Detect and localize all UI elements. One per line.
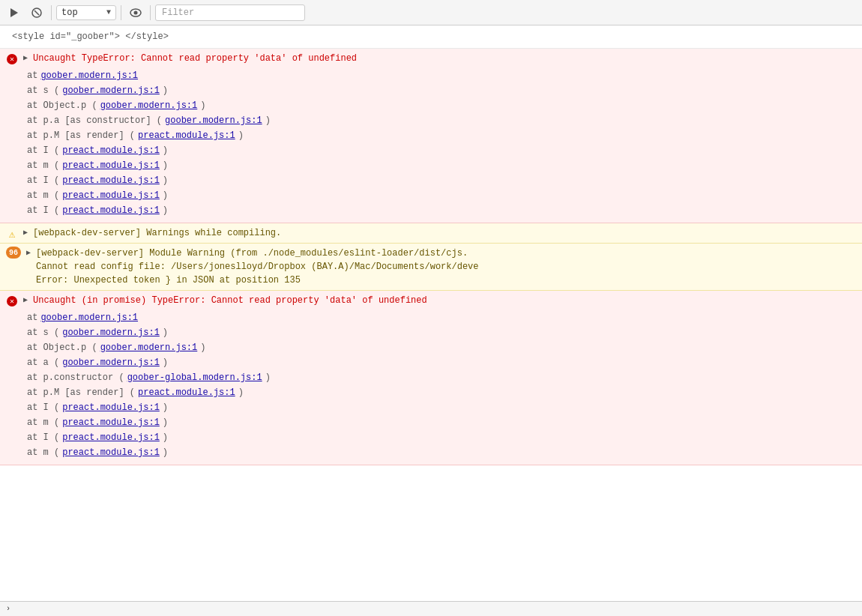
svg-line-2: [34, 10, 39, 15]
stack-line: at m (preact.module.js:1): [27, 158, 856, 173]
stop-button[interactable]: [27, 3, 46, 22]
expand-arrow-3[interactable]: ▶: [24, 247, 33, 259]
stack-line: at p.a [as constructor] (goober.modern.j…: [27, 113, 856, 128]
stack-line: at p.M [as render] (preact.module.js:1): [27, 128, 856, 143]
warning-2-line3: Error: Unexpected token } in JSON at pos…: [36, 274, 856, 287]
console-content: <style id="_goober"> </style> ✕ ▶ Uncaug…: [0, 25, 862, 616]
stack-link[interactable]: goober.modern.js:1: [100, 340, 198, 355]
bottom-bar: ›: [0, 601, 862, 616]
warning-entry-2: 96 ▶ [webpack-dev-server] Module Warning…: [0, 244, 862, 291]
style-tag-text: <style id="_goober"> </style>: [12, 31, 169, 42]
stack-line: at I (preact.module.js:1): [27, 400, 856, 415]
stack-link[interactable]: goober-global.modern.js:1: [127, 370, 262, 385]
warning-triangle-icon: ⚠: [9, 228, 15, 241]
separator-1: [51, 5, 52, 20]
warning-1-message: [webpack-dev-server] Warnings while comp…: [33, 226, 856, 240]
play-button[interactable]: [4, 3, 24, 22]
stack-link[interactable]: preact.module.js:1: [138, 385, 235, 400]
stack-link[interactable]: preact.module.js:1: [62, 400, 160, 415]
stack-link[interactable]: preact.module.js:1: [62, 143, 160, 158]
warning-2-line2: Cannot read config file: /Users/jonesllo…: [36, 260, 856, 274]
expand-arrow-4[interactable]: ▶: [21, 294, 30, 306]
context-label: top: [61, 7, 78, 18]
stack-link[interactable]: preact.module.js:1: [62, 445, 160, 460]
error-entry-1: ✕ ▶ Uncaught TypeError: Cannot read prop…: [0, 49, 862, 223]
filter-input-wrapper[interactable]: Filter: [155, 4, 305, 21]
stack-link[interactable]: goober.modern.js:1: [40, 68, 138, 83]
stack-line: at I (preact.module.js:1): [27, 173, 856, 188]
expand-arrow-2[interactable]: ▶: [21, 226, 30, 238]
stack-line: at Object.p (goober.modern.js:1): [27, 98, 856, 113]
bottom-chevron-icon[interactable]: ›: [6, 605, 10, 613]
error-1-message: Uncaught TypeError: Cannot read property…: [33, 52, 856, 65]
error-2-message: Uncaught (in promise) TypeError: Cannot …: [33, 294, 856, 307]
warning-badge: 96: [6, 247, 21, 259]
separator-2: [121, 5, 121, 20]
chevron-down-icon: ▼: [106, 8, 111, 16]
stack-link[interactable]: preact.module.js:1: [138, 128, 235, 143]
stack-link[interactable]: preact.module.js:1: [62, 430, 160, 445]
error-circle-icon-2: ✕: [7, 296, 17, 307]
error-2-stack: at goober.modern.js:1 at s (goober.moder…: [0, 310, 862, 465]
error-entry-2: ✕ ▶ Uncaught (in promise) TypeError: Can…: [0, 291, 862, 465]
stack-line: at Object.p (goober.modern.js:1): [27, 340, 856, 355]
stack-link[interactable]: preact.module.js:1: [62, 415, 160, 430]
stack-line: at I (preact.module.js:1): [27, 203, 856, 218]
stack-line: at I (preact.module.js:1): [27, 143, 856, 158]
stack-line: at s (goober.modern.js:1): [27, 325, 856, 340]
warning-2-header: 96 ▶ [webpack-dev-server] Module Warning…: [0, 244, 862, 290]
filter-placeholder: Filter: [162, 7, 194, 18]
warning-icon-1: ⚠: [6, 228, 18, 240]
stack-line: at m (preact.module.js:1): [27, 445, 856, 460]
error-2-header: ✕ ▶ Uncaught (in promise) TypeError: Can…: [0, 291, 862, 310]
separator-3: [150, 5, 151, 20]
stack-link[interactable]: preact.module.js:1: [62, 173, 160, 188]
stack-link[interactable]: goober.modern.js:1: [62, 355, 160, 370]
stack-link[interactable]: goober.modern.js:1: [100, 98, 198, 113]
context-selector[interactable]: top ▼: [56, 5, 116, 20]
error-circle-icon: ✕: [7, 54, 17, 64]
toolbar: top ▼ Filter: [0, 0, 862, 25]
stack-link[interactable]: goober.modern.js:1: [62, 325, 160, 340]
svg-marker-0: [10, 8, 18, 17]
stack-line: at m (preact.module.js:1): [27, 415, 856, 430]
stack-line: at s (goober.modern.js:1): [27, 83, 856, 98]
stack-link[interactable]: preact.module.js:1: [62, 188, 160, 203]
stack-line: at goober.modern.js:1: [27, 68, 856, 83]
stack-link[interactable]: goober.modern.js:1: [165, 113, 262, 128]
stack-line: at a (goober.modern.js:1): [27, 355, 856, 370]
error-icon-2: ✕: [6, 295, 18, 307]
stack-line: at I (preact.module.js:1): [27, 430, 856, 445]
error-1-header: ✕ ▶ Uncaught TypeError: Cannot read prop…: [0, 49, 862, 68]
stack-line: at p.M [as render] (preact.module.js:1): [27, 385, 856, 400]
warning-entry-1: ⚠ ▶ [webpack-dev-server] Warnings while …: [0, 223, 862, 244]
stack-link[interactable]: preact.module.js:1: [62, 158, 160, 173]
stack-line: at goober.modern.js:1: [27, 310, 856, 325]
warning-1-header: ⚠ ▶ [webpack-dev-server] Warnings while …: [0, 223, 862, 243]
stack-line: at p.constructor (goober-global.modern.j…: [27, 370, 856, 385]
stack-link[interactable]: preact.module.js:1: [62, 203, 160, 218]
warning-2-line1: [webpack-dev-server] Module Warning (fro…: [36, 247, 856, 260]
svg-point-4: [134, 10, 138, 14]
stack-link[interactable]: goober.modern.js:1: [62, 83, 160, 98]
warning-2-content: [webpack-dev-server] Module Warning (fro…: [36, 247, 856, 287]
error-1-stack: at goober.modern.js:1 at s (goober.moder…: [0, 68, 862, 223]
expand-arrow-1[interactable]: ▶: [21, 52, 30, 64]
eye-button[interactable]: [126, 3, 145, 22]
stack-line: at m (preact.module.js:1): [27, 188, 856, 203]
style-tag-line: <style id="_goober"> </style>: [0, 25, 862, 49]
error-icon-1: ✕: [6, 53, 18, 65]
stack-link[interactable]: goober.modern.js:1: [40, 310, 138, 325]
